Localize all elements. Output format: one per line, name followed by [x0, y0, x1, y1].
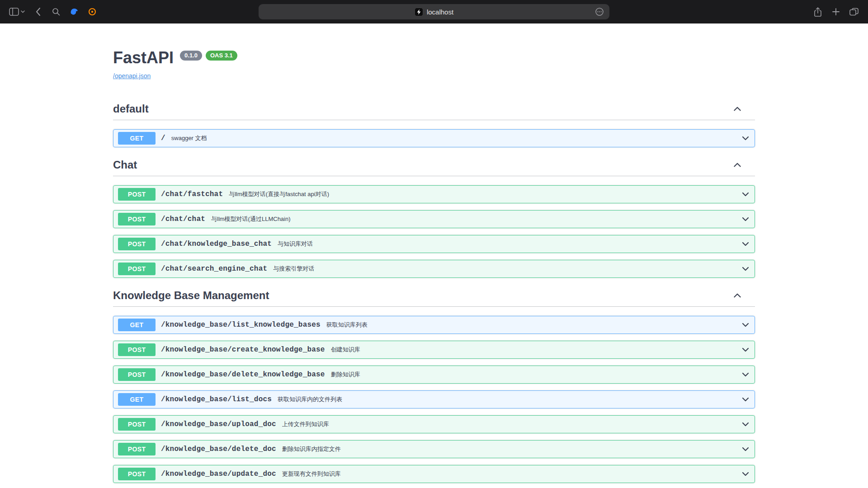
- chevron-down-icon[interactable]: [741, 395, 750, 404]
- endpoint-row[interactable]: GET / swagger 文档: [113, 129, 755, 147]
- browser-toolbar: localhost: [0, 0, 868, 23]
- endpoint-path: /knowledge_base/delete_knowledge_base: [161, 371, 325, 379]
- method-badge: POST: [118, 188, 156, 201]
- endpoint-path: /knowledge_base/list_knowledge_bases: [161, 321, 321, 329]
- endpoint-description: 获取知识库内的文件列表: [278, 395, 736, 404]
- endpoint-path: /knowledge_base/create_knowledge_base: [161, 346, 325, 354]
- endpoint-description: 删除知识库内指定文件: [282, 445, 736, 453]
- method-badge: GET: [118, 393, 156, 406]
- endpoint-row[interactable]: POST /chat/knowledge_base_chat 与知识库对话: [113, 235, 755, 253]
- endpoint-row[interactable]: POST /chat/search_engine_chat 与搜索引擎对话: [113, 260, 755, 278]
- openapi-spec-link[interactable]: /openapi.json: [113, 72, 151, 80]
- method-badge: POST: [118, 368, 156, 381]
- chevron-down-icon[interactable]: [741, 215, 750, 224]
- extension-orange-button[interactable]: [85, 4, 99, 19]
- endpoint-row[interactable]: POST /knowledge_base/upload_doc 上传文件到知识库: [113, 415, 755, 433]
- endpoint-row[interactable]: POST /knowledge_base/delete_knowledge_ba…: [113, 366, 755, 384]
- sidebar-icon: [9, 8, 19, 16]
- toolbar-left-group: [7, 4, 99, 19]
- method-badge: POST: [118, 468, 156, 480]
- oas-badge: OAS 3.1: [206, 51, 237, 61]
- section-header-default[interactable]: default: [113, 98, 755, 120]
- section-title: Chat: [113, 159, 137, 171]
- api-sections: default GET / swagger 文档 Chat POST: [113, 98, 755, 488]
- chevron-down-icon[interactable]: [741, 469, 750, 479]
- section-header-knowledge-base-management[interactable]: Knowledge Base Management: [113, 285, 755, 307]
- swagger-page: FastAPI 0.1.0 OAS 3.1 /openapi.json defa…: [0, 23, 868, 488]
- version-badge: 0.1.0: [180, 51, 202, 61]
- endpoint-description: 上传文件到知识库: [282, 420, 736, 428]
- chevron-down-icon[interactable]: [741, 420, 750, 429]
- endpoint-path: /chat/chat: [161, 215, 205, 223]
- ellipsis-circle-icon: [595, 7, 604, 16]
- url-text: localhost: [427, 8, 453, 16]
- endpoint-row[interactable]: POST /knowledge_base/update_doc 更新现有文件到知…: [113, 465, 755, 483]
- method-badge: GET: [118, 132, 156, 145]
- back-icon: [35, 7, 41, 16]
- chevron-down-icon[interactable]: [741, 370, 750, 379]
- api-info: FastAPI 0.1.0 OAS 3.1 /openapi.json: [113, 23, 755, 80]
- chevron-down-icon[interactable]: [741, 445, 750, 454]
- chevron-up-icon[interactable]: [732, 291, 742, 300]
- chevron-down-icon[interactable]: [741, 134, 750, 143]
- chevron-up-icon[interactable]: [732, 160, 742, 170]
- site-favicon: [415, 8, 423, 16]
- method-badge: POST: [118, 443, 156, 455]
- endpoint-description: 与搜索引擎对话: [273, 265, 736, 273]
- chevron-up-icon[interactable]: [732, 104, 742, 114]
- endpoint-row[interactable]: POST /chat/chat 与llm模型对话(通过LLMChain): [113, 210, 755, 228]
- section-header-chat[interactable]: Chat: [113, 154, 755, 176]
- endpoint-row[interactable]: POST /chat/fastchat 与llm模型对话(直接与fastchat…: [113, 185, 755, 203]
- method-badge: POST: [118, 213, 156, 225]
- back-button[interactable]: [31, 4, 45, 19]
- endpoint-description: 获取知识库列表: [326, 321, 736, 329]
- address-bar[interactable]: localhost: [259, 4, 609, 19]
- extension-blue-button[interactable]: [67, 4, 81, 19]
- page-title: FastAPI: [113, 48, 174, 68]
- search-button[interactable]: [49, 4, 63, 19]
- endpoint-description: 与知识库对话: [278, 240, 736, 248]
- endpoint-description: 删除知识库: [331, 371, 736, 379]
- endpoint-path: /chat/fastchat: [161, 190, 223, 198]
- endpoint-path: /knowledge_base/upload_doc: [161, 420, 276, 428]
- chevron-down-icon: [21, 10, 25, 13]
- endpoint-row[interactable]: GET /knowledge_base/list_docs 获取知识库内的文件列…: [113, 390, 755, 408]
- extension-blue-icon: [70, 7, 79, 16]
- chevron-down-icon[interactable]: [741, 264, 750, 273]
- endpoint-description: 与llm模型对话(直接与fastchat api对话): [229, 190, 736, 198]
- endpoint-path: /knowledge_base/update_doc: [161, 470, 276, 478]
- endpoint-description: 创建知识库: [331, 346, 736, 354]
- chevron-down-icon[interactable]: [741, 345, 750, 354]
- endpoint-description: swagger 文档: [171, 134, 736, 142]
- endpoint-row[interactable]: POST /knowledge_base/delete_doc 删除知识库内指定…: [113, 440, 755, 458]
- tab-overview-button[interactable]: [847, 4, 861, 19]
- section-title: Knowledge Base Management: [113, 289, 269, 302]
- method-badge: POST: [118, 238, 156, 250]
- method-badge: POST: [118, 343, 156, 356]
- new-tab-button[interactable]: [829, 4, 843, 19]
- endpoint-description: 与llm模型对话(通过LLMChain): [211, 215, 736, 223]
- method-badge: POST: [118, 418, 156, 431]
- search-icon: [52, 7, 61, 16]
- endpoint-row[interactable]: GET /knowledge_base/list_knowledge_bases…: [113, 316, 755, 334]
- endpoint-path: /knowledge_base/list_docs: [161, 395, 272, 404]
- section-knowledge-base-management: Knowledge Base Management GET /knowledge…: [113, 285, 755, 488]
- endpoint-path: /chat/knowledge_base_chat: [161, 240, 272, 248]
- chevron-down-icon[interactable]: [741, 320, 750, 329]
- share-icon: [813, 7, 822, 17]
- sidebar-toggle-button[interactable]: [7, 4, 27, 19]
- method-badge: GET: [118, 319, 156, 331]
- share-button[interactable]: [811, 4, 825, 19]
- method-badge: POST: [118, 263, 156, 275]
- endpoint-description: 更新现有文件到知识库: [282, 470, 736, 478]
- section-chat: Chat POST /chat/fastchat 与llm模型对话(直接与fas…: [113, 154, 755, 278]
- page-options-button[interactable]: [595, 7, 604, 16]
- toolbar-right-group: [811, 4, 861, 19]
- tab-overview-icon: [849, 7, 859, 16]
- endpoint-row[interactable]: POST /knowledge_base/create_knowledge_ba…: [113, 341, 755, 359]
- section-title: default: [113, 103, 149, 115]
- section-default: default GET / swagger 文档: [113, 98, 755, 147]
- new-tab-icon: [831, 7, 840, 16]
- chevron-down-icon[interactable]: [741, 190, 750, 199]
- chevron-down-icon[interactable]: [741, 239, 750, 249]
